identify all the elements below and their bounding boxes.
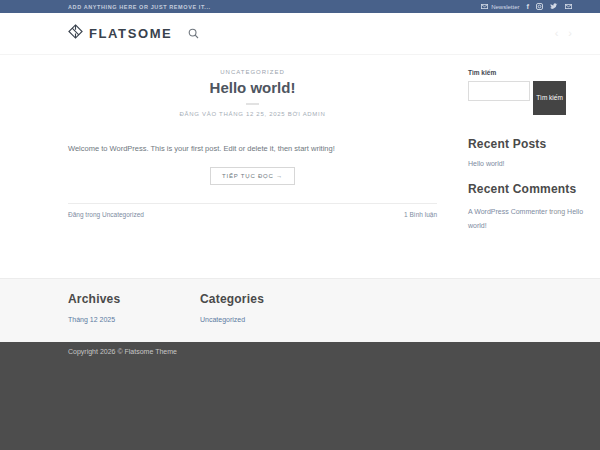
categories-widget: Categories Uncategorized	[200, 292, 264, 342]
posted-in-link[interactable]: Đăng trong Uncategorized	[68, 211, 144, 218]
facebook-icon[interactable]: f	[527, 3, 530, 11]
search-widget-label: Tìm kiếm	[468, 69, 585, 76]
recent-posts-widget: Recent Posts Hello world!	[468, 137, 585, 167]
logo-text: FLATSOME	[89, 26, 172, 41]
post-meta-row: Đăng trong Uncategorized 1 Bình luận	[68, 203, 437, 218]
recent-comments-title: Recent Comments	[468, 182, 585, 196]
absolute-footer: Copyright 2026 © Flatsome Theme	[0, 342, 600, 450]
footer-widgets: Archives Tháng 12 2025 Categories Uncate…	[0, 278, 600, 342]
comments-count-link[interactable]: 1 Bình luận	[404, 211, 437, 218]
prev-arrow-icon[interactable]: ‹	[555, 28, 559, 39]
comment-prefix: trong	[547, 208, 567, 215]
search-widget: Tìm kiếm	[468, 81, 585, 115]
topbar-right: Newsletter f	[481, 3, 572, 11]
post-article: UNCATEGORIZED Hello world! ĐĂNG VÀO THÁN…	[68, 69, 437, 233]
copyright-text: Copyright 2026 © Flatsome Theme	[68, 348, 585, 355]
title-divider	[246, 103, 259, 105]
categories-title: Categories	[200, 292, 264, 306]
post-header: UNCATEGORIZED Hello world! ĐĂNG VÀO THÁN…	[68, 69, 437, 117]
comment-author-link[interactable]: A WordPress Commenter	[468, 208, 547, 215]
sidebar: Tìm kiếm Tìm kiếm Recent Posts Hello wor…	[468, 69, 585, 233]
newsletter-link[interactable]: Newsletter	[481, 4, 519, 10]
site-logo[interactable]: FLATSOME	[68, 24, 172, 43]
flatsome-gem-icon	[68, 24, 83, 43]
topbar: ADD ANYTHING HERE OR JUST REMOVE IT... N…	[0, 0, 600, 13]
twitter-icon[interactable]	[550, 3, 558, 10]
archives-widget: Archives Tháng 12 2025	[68, 292, 200, 342]
topbar-promo-text: ADD ANYTHING HERE OR JUST REMOVE IT...	[68, 4, 211, 10]
search-input[interactable]	[468, 81, 530, 101]
post-category-link[interactable]: UNCATEGORIZED	[68, 69, 437, 75]
search-submit-button[interactable]: Tìm kiếm	[533, 81, 566, 115]
read-more-button[interactable]: TIẾP TỤC ĐỌC →	[210, 167, 295, 185]
newsletter-envelope-icon	[481, 4, 488, 9]
newsletter-label: Newsletter	[491, 4, 519, 10]
read-more-row: TIẾP TỤC ĐỌC →	[68, 164, 437, 185]
archives-title: Archives	[68, 292, 200, 306]
post-excerpt: Welcome to WordPress. This is your first…	[68, 143, 437, 154]
category-link[interactable]: Uncategorized	[200, 316, 264, 323]
recent-comment-item: A WordPress Commenter trong Hello world!	[468, 205, 585, 233]
archive-month-link[interactable]: Tháng 12 2025	[68, 316, 200, 323]
search-icon[interactable]	[188, 28, 199, 39]
recent-post-link[interactable]: Hello world!	[468, 160, 585, 167]
recent-posts-title: Recent Posts	[468, 137, 585, 151]
post-date-byline: ĐĂNG VÀO THÁNG 12 25, 2025 BỞI ADMIN	[68, 111, 437, 117]
main-content: UNCATEGORIZED Hello world! ĐĂNG VÀO THÁN…	[0, 55, 600, 278]
next-arrow-icon[interactable]: ›	[568, 28, 572, 39]
site-header: FLATSOME ‹ ›	[0, 13, 600, 55]
recent-comments-widget: Recent Comments A WordPress Commenter tr…	[468, 182, 585, 233]
instagram-icon[interactable]	[536, 3, 543, 10]
slider-arrows: ‹ ›	[555, 28, 572, 39]
email-icon[interactable]	[565, 4, 572, 9]
post-title[interactable]: Hello world!	[68, 79, 437, 96]
